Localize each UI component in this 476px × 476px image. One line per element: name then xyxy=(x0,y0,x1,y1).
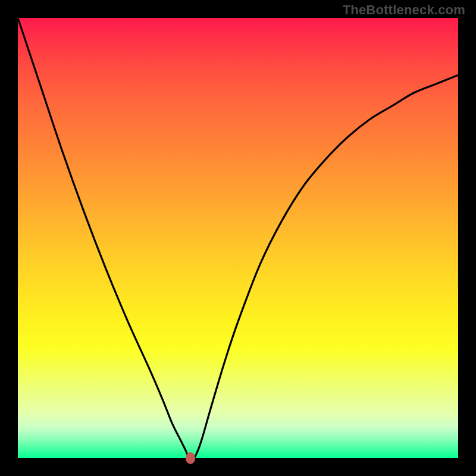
minimum-marker xyxy=(186,452,195,464)
bottleneck-curve xyxy=(18,18,458,459)
curve-svg xyxy=(18,18,458,458)
chart-container: TheBottleneck.com xyxy=(0,0,476,476)
watermark-text: TheBottleneck.com xyxy=(343,2,465,18)
plot-area xyxy=(18,18,458,458)
